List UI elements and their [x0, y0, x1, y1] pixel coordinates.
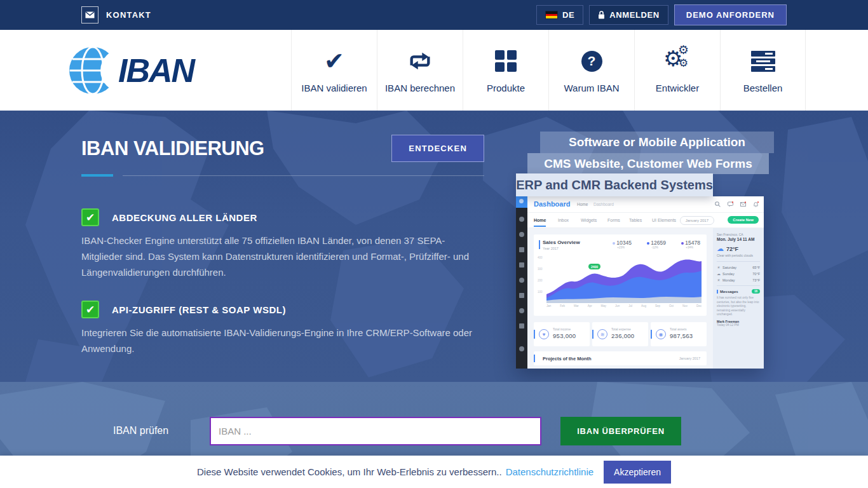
iban-input[interactable]	[210, 417, 541, 445]
dashboard-header: Dashboard Home Dashboard	[527, 196, 764, 213]
akzeptieren-button[interactable]: Akzeptieren	[604, 461, 671, 484]
lock-icon	[598, 11, 605, 19]
page: KONTAKT DE ANMELDEN DEMO ANFORDERN	[0, 0, 868, 488]
german-flag-icon	[545, 11, 558, 19]
chart-month-axis: JanFeb MarApr MayJun JulAug SepOct NovDe…	[546, 304, 702, 308]
iban-pruefen-label: IBAN prüfen	[113, 425, 168, 437]
title-divider	[81, 174, 484, 177]
question-icon: ?	[581, 47, 602, 75]
nav-item-entwickler[interactable]: ⚙⚙⚙ Entwickler	[634, 30, 720, 111]
check-icon: ✔	[324, 47, 344, 75]
sales-area-chart	[546, 255, 702, 303]
sun-icon: ☀	[717, 278, 722, 282]
bell-icon	[753, 201, 759, 207]
main-navigation: IBAN ✔ IBAN validieren IBAN berechnen	[0, 30, 868, 111]
dashboard-period-select: January 2017	[680, 216, 714, 225]
banner-software: Software or Mobile Application	[540, 132, 774, 153]
feature-api: ✔ API-ZUGRIFF (REST & SOAP WSDL)	[81, 301, 286, 318]
kontakt-label: KONTAKT	[106, 10, 151, 20]
language-selector[interactable]: DE	[536, 5, 583, 25]
grid-icon	[495, 47, 517, 75]
feature-coverage: ✔ ABDECKUNG ALLER LÄNDER	[81, 208, 257, 226]
total-expense-card: ≋ Total expense 236,000	[592, 322, 648, 346]
language-label: DE	[562, 10, 574, 20]
dashboard-body: Sales Overview Year 2017 10345+23% 12659…	[527, 228, 713, 369]
anmelden-button[interactable]: ANMELDEN	[589, 5, 668, 25]
kontakt-link[interactable]: KONTAKT	[81, 6, 151, 24]
nav-menu: ✔ IBAN validieren IBAN berechnen	[291, 30, 806, 111]
datenschutz-link[interactable]: Datenschutzrichtlinie	[506, 466, 593, 477]
dashboard-screenshot: Dashboard Home Dashboard Home Inbox Widg…	[516, 196, 764, 369]
sales-overview-card: Sales Overview Year 2017 10345+23% 12659…	[534, 234, 707, 316]
dashboard-header-icons	[715, 201, 759, 207]
mail-icon	[81, 6, 98, 24]
green-check-icon: ✔	[81, 301, 99, 318]
repeat-icon	[407, 47, 433, 75]
nav-item-iban-berechnen[interactable]: IBAN berechnen	[377, 30, 463, 111]
page-title: IBAN VALIDIERUNG	[81, 137, 264, 160]
banner-cms: CMS Website, Customer Web Forms	[527, 153, 769, 174]
total-assets-card: ◉ Total assets 987,563	[651, 322, 707, 346]
server-icon	[751, 47, 775, 75]
top-bar: KONTAKT DE ANMELDEN DEMO ANFORDERN	[0, 0, 868, 30]
entdecken-button[interactable]: ENTDECKEN	[391, 135, 484, 162]
hero-section: IBAN VALIDIERUNG ENTDECKEN ✔ ABDECKUNG A…	[0, 111, 868, 382]
nav-item-produkte[interactable]: Produkte	[463, 30, 548, 111]
assets-icon: ◉	[656, 329, 666, 339]
chat-icon	[728, 201, 733, 207]
dashboard-sidebar	[516, 196, 527, 369]
iban-ueberpruefen-button[interactable]: IBAN ÜBERPRÜFEN	[560, 417, 681, 445]
mail-icon	[740, 201, 746, 207]
cloud-icon: ☁	[717, 271, 722, 276]
create-new-button: Create New	[728, 216, 759, 224]
search-icon	[715, 201, 721, 207]
feature-coverage-text: IBAN-Checker Engine unterstützt alle 75 …	[81, 233, 484, 280]
income-icon: ♥	[539, 329, 549, 339]
cookie-message: Diese Website verwendet Cookies, um Ihr …	[197, 466, 502, 477]
banner-erp: ERP and CMR Backend Systems	[516, 173, 713, 196]
sun-icon: ☀	[717, 265, 722, 269]
dashboard-app-icon	[516, 196, 527, 208]
messages-count-badge: 16	[752, 289, 760, 294]
nav-item-warum-iban[interactable]: ? Warum IBAN	[548, 30, 634, 111]
projects-of-month-card: Projects of the Month January 2017	[534, 351, 707, 365]
gears-icon: ⚙⚙⚙	[663, 47, 691, 75]
topbar-actions: DE ANMELDEN DEMO ANFORDERN	[536, 4, 787, 25]
dashboard-tabs: Home Inbox Widgets Forms Tables UI Eleme…	[527, 213, 764, 228]
cloud-icon: ☁	[717, 245, 724, 252]
iban-logo[interactable]: IBAN	[67, 45, 194, 96]
total-income-card: ♥ Total income 953,000	[534, 322, 590, 346]
nav-item-iban-validieren[interactable]: ✔ IBAN validieren	[291, 30, 377, 111]
anmelden-label: ANMELDEN	[609, 10, 659, 20]
green-check-icon: ✔	[81, 208, 99, 226]
cookie-consent-bar: Diese Website verwendet Cookies, um Ihr …	[0, 456, 868, 488]
feature-api-text: Integrieren Sie die automatisierte IBAN-…	[81, 325, 484, 356]
chart-value-badge: 2400	[588, 264, 600, 269]
nav-item-bestellen[interactable]: Bestellen	[720, 30, 806, 111]
logo-text: IBAN	[118, 51, 194, 90]
dashboard-weather-panel: San Francisco, CA Mon. July 14 11 AM ☁ 7…	[713, 228, 764, 369]
expense-icon: ≋	[597, 329, 607, 339]
demo-anfordern-button[interactable]: DEMO ANFORDERN	[674, 4, 787, 25]
